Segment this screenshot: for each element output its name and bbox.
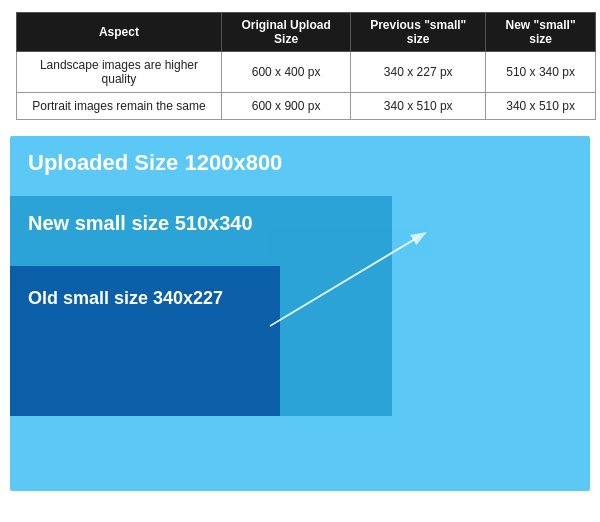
old-small-label: Old small size 340x227 — [28, 288, 223, 309]
table-row: Landscape images are higher quality 600 … — [17, 52, 596, 93]
row2-aspect: Portrait images remain the same — [17, 93, 222, 120]
new-small-label: New small size 510x340 — [28, 212, 253, 235]
col-new: New "small" size — [486, 13, 596, 52]
row2-new: 340 x 510 px — [486, 93, 596, 120]
row2-original: 600 x 900 px — [221, 93, 350, 120]
col-original: Original Upload Size — [221, 13, 350, 52]
col-previous: Previous "small" size — [351, 13, 486, 52]
uploaded-size-label: Uploaded Size 1200x800 — [28, 150, 282, 176]
table-section: Aspect Original Upload Size Previous "sm… — [0, 0, 600, 130]
diagram-section: Uploaded Size 1200x800 New small size 51… — [10, 136, 590, 491]
table-row: Portrait images remain the same 600 x 90… — [17, 93, 596, 120]
svg-line-1 — [270, 236, 420, 326]
arrow-icon — [250, 226, 450, 346]
row1-previous: 340 x 227 px — [351, 52, 486, 93]
row2-previous: 340 x 510 px — [351, 93, 486, 120]
row1-original: 600 x 400 px — [221, 52, 350, 93]
row1-new: 510 x 340 px — [486, 52, 596, 93]
comparison-table: Aspect Original Upload Size Previous "sm… — [16, 12, 596, 120]
col-aspect: Aspect — [17, 13, 222, 52]
table-header-row: Aspect Original Upload Size Previous "sm… — [17, 13, 596, 52]
row1-aspect: Landscape images are higher quality — [17, 52, 222, 93]
